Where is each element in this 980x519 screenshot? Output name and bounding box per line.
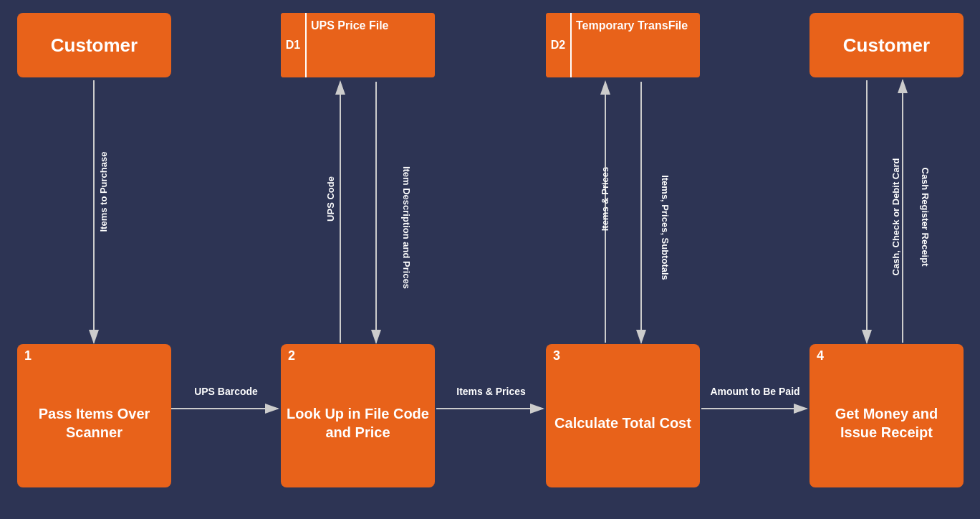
d2-name: Temporary TransFile bbox=[572, 13, 692, 39]
d2-datastore: D2 Temporary TransFile bbox=[546, 13, 700, 77]
label-cash-register-receipt: Cash Register Receipt bbox=[920, 168, 931, 267]
process-1-box: 1 Pass Items Over Scanner bbox=[17, 344, 171, 487]
diagram-container: Customer D1 UPS Price File D2 Temporary … bbox=[0, 0, 980, 519]
process-3-number: 3 bbox=[553, 348, 560, 363]
process-4-box: 4 Get Money and Issue Receipt bbox=[810, 344, 964, 487]
process-3-label: Calculate Total Cost bbox=[554, 414, 691, 432]
label-ups-barcode: UPS Barcode bbox=[178, 386, 274, 397]
label-ups-code: UPS Code bbox=[325, 176, 336, 222]
customer-right-box: Customer bbox=[810, 13, 964, 77]
label-amount-paid: Amount to Be Paid bbox=[706, 386, 804, 397]
process-1-number: 1 bbox=[24, 348, 32, 363]
label-item-description: Item Description and Prices bbox=[401, 166, 412, 289]
process-4-label: Get Money and Issue Receipt bbox=[815, 404, 958, 442]
d1-datastore: D1 UPS Price File bbox=[281, 13, 435, 77]
process-2-number: 2 bbox=[288, 348, 295, 363]
customer-right-label: Customer bbox=[843, 34, 930, 57]
d2-code: D2 bbox=[546, 13, 572, 77]
label-cash-check: Cash, Check or Debit Card bbox=[890, 158, 901, 276]
label-items-prices-subtotals: Items, Prices, Subtotals bbox=[660, 175, 671, 280]
d1-code: D1 bbox=[281, 13, 307, 77]
process-2-box: 2 Look Up in File Code and Price bbox=[281, 344, 435, 487]
process-3-box: 3 Calculate Total Cost bbox=[546, 344, 700, 487]
customer-left-label: Customer bbox=[51, 34, 138, 57]
process-4-number: 4 bbox=[817, 348, 824, 363]
label-items-to-purchase: Items to Purchase bbox=[98, 152, 109, 232]
label-items-prices-vert: Items & Prices bbox=[600, 167, 610, 232]
label-items-prices-horiz: Items & Prices bbox=[443, 386, 539, 397]
d1-name: UPS Price File bbox=[307, 13, 393, 39]
customer-left-box: Customer bbox=[17, 13, 171, 77]
process-1-label: Pass Items Over Scanner bbox=[23, 404, 165, 442]
process-2-label: Look Up in File Code and Price bbox=[287, 404, 429, 442]
